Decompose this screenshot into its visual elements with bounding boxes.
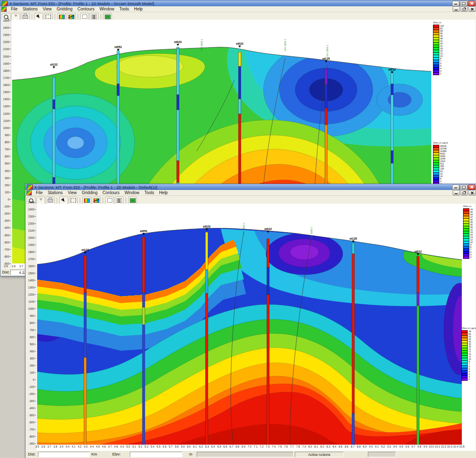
distance-tick-label: 6.1 <box>193 445 197 448</box>
distance-tick-label: 10.2 <box>441 445 446 448</box>
elevation-tick-label: -600 <box>4 241 11 244</box>
elevation-tick-label: 1700 <box>28 258 36 261</box>
station-label: st023 <box>174 40 182 43</box>
toolbar-pair-button[interactable] <box>115 197 124 204</box>
print-icon <box>23 15 28 19</box>
elevation-tick-label: 0 <box>8 198 11 201</box>
menu-stations[interactable]: Stations <box>20 6 40 12</box>
station-st022[interactable]: st022 <box>236 42 243 48</box>
desktop: { "toolbar": { "icons": ["zoom","arrow",… <box>0 0 476 458</box>
menu-tools[interactable]: Tools <box>142 190 157 195</box>
toolbar-separator <box>78 14 78 20</box>
elev-unit: m <box>189 452 192 456</box>
station-marker-icon <box>391 71 393 73</box>
toolbar-colors-button[interactable] <box>82 197 91 204</box>
menu-file[interactable]: File <box>8 6 20 12</box>
menu-view[interactable]: View <box>40 6 54 12</box>
elevation-tick-label: 1100 <box>28 300 36 303</box>
menu-view[interactable]: View <box>65 190 79 195</box>
maximize-icon[interactable] <box>460 1 467 6</box>
child-close-icon[interactable] <box>468 190 476 195</box>
close-icon[interactable] <box>468 1 475 6</box>
toolbar-separator <box>57 197 57 203</box>
station-label: st125 <box>349 237 357 240</box>
toolbar-select-button[interactable] <box>69 197 78 204</box>
resistivity-section-2d[interactable] <box>37 204 462 445</box>
menu-gridding[interactable]: Gridding <box>54 6 75 12</box>
distance-tick-label: 4.7 <box>108 445 112 448</box>
child-close-icon[interactable] <box>468 6 476 12</box>
station-label: st022 <box>236 42 243 45</box>
station-label: st051 <box>114 46 122 48</box>
station-st051[interactable]: st051 <box>114 46 122 51</box>
dist-unit: Km <box>91 452 97 456</box>
station-st023[interactable]: st023 <box>174 40 182 46</box>
menu-file[interactable]: File <box>33 190 45 195</box>
toolbar-print-button[interactable] <box>46 197 55 204</box>
menu-contours[interactable]: Contours <box>75 6 97 12</box>
menu-gridding[interactable]: Gridding <box>79 190 100 195</box>
station-st122[interactable]: st122 <box>81 248 89 254</box>
maximize-icon[interactable] <box>460 185 467 190</box>
distance-tick-label: 7.0 <box>248 445 251 448</box>
cross-section-canvas-2d[interactable]: 2500240023002200210020001900180017001600… <box>25 204 476 450</box>
station-st012[interactable]: st012 <box>414 250 422 256</box>
select-icon <box>46 15 51 19</box>
distance-tick-label: 7.6 <box>284 445 288 448</box>
toolbar-colors-off-button[interactable] <box>92 197 101 204</box>
borehole-label: DH 1000 1 <box>310 227 313 239</box>
elevation-tick-label: -400 <box>29 407 36 410</box>
elevation-tick-label: 1000 <box>3 127 11 129</box>
toolbar-screen-button[interactable] <box>128 197 137 204</box>
minimize-icon[interactable] <box>452 185 459 190</box>
menu-tools[interactable]: Tools <box>117 6 132 12</box>
toolbar-arrow-button[interactable] <box>36 197 45 204</box>
dist-field[interactable] <box>38 452 90 457</box>
elevation-tick-label: 2400 <box>3 26 11 29</box>
child-restore-icon[interactable] <box>461 6 468 12</box>
station-st051[interactable]: st051 <box>140 230 147 235</box>
minimize-icon[interactable] <box>452 1 459 6</box>
station-marker-icon <box>325 61 327 63</box>
menu-stations[interactable]: Stations <box>45 190 65 195</box>
station-st125[interactable]: st125 <box>349 237 357 243</box>
station-marker-icon <box>238 46 241 48</box>
elevation-tick-label: 2000 <box>28 236 36 239</box>
station-st122[interactable]: st122 <box>50 63 58 68</box>
titlebar[interactable]: X-Sections: MT: From EDI - [Profile: Pro… <box>25 184 476 190</box>
child-window-icon[interactable] <box>26 190 32 195</box>
station-st022[interactable]: st022 <box>264 228 272 233</box>
distance-tick-label: 6.6 <box>223 445 227 448</box>
distance-tick-label: 9.8 <box>418 445 421 448</box>
distance-tick-label: 6.3 <box>205 445 209 448</box>
child-minimize-icon[interactable] <box>453 190 460 195</box>
menu-help[interactable]: Help <box>157 190 170 195</box>
distance-tick-label: 6.0 <box>187 445 191 448</box>
child-restore-icon[interactable] <box>461 190 468 195</box>
station-st012[interactable]: st012 <box>388 68 396 73</box>
elevation-tick-label: 500 <box>5 162 11 165</box>
menu-window[interactable]: Window <box>97 6 117 12</box>
distance-tick-label: 9.7 <box>411 445 415 448</box>
elevation-tick-label: -800 <box>4 255 11 258</box>
elevation-tick-label: 1300 <box>28 286 36 289</box>
menu-window[interactable]: Window <box>122 190 142 195</box>
station-st023[interactable]: st023 <box>203 225 210 230</box>
zoom-icon <box>4 15 8 19</box>
borehole-label: DH 1000 1 <box>243 223 245 235</box>
menu-contours[interactable]: Contours <box>100 190 122 195</box>
titlebar[interactable]: X-Sections: MT: From EDI - [Profile: Pro… <box>0 0 476 6</box>
elev-field[interactable] <box>130 452 182 457</box>
menu-help[interactable]: Help <box>132 6 145 12</box>
distance-tick-label: 7.9 <box>302 445 306 448</box>
toolbar-blank-button[interactable] <box>105 197 114 204</box>
child-window-icon[interactable] <box>1 7 7 12</box>
blank-icon <box>107 198 112 202</box>
colors-icon <box>59 15 65 19</box>
child-minimize-icon[interactable] <box>453 6 460 12</box>
elevation-tick-label: -400 <box>4 226 11 229</box>
station-st125[interactable]: st125 <box>322 57 330 63</box>
toolbar-pointer-button[interactable] <box>59 197 68 204</box>
close-icon[interactable] <box>468 185 475 190</box>
distance-tick-label: 8.6 <box>344 445 348 448</box>
